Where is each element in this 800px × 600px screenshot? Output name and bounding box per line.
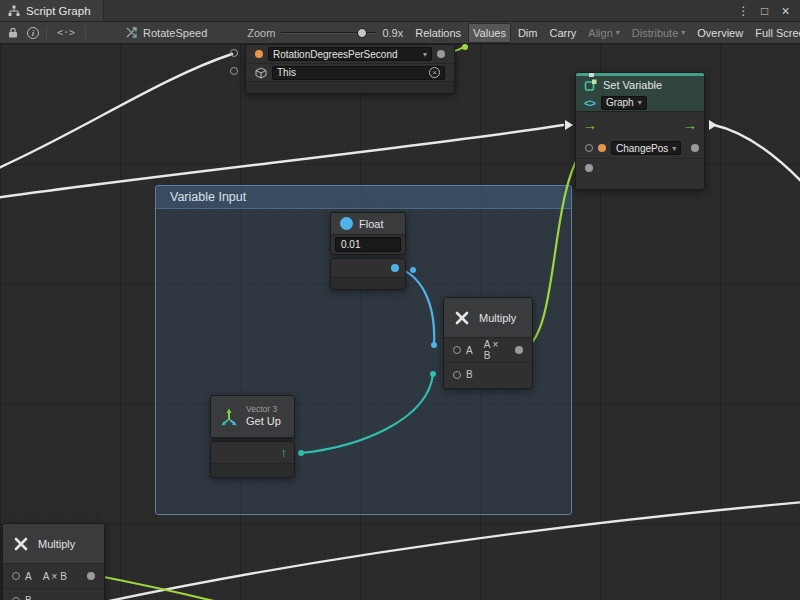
flow-row: → → [576, 112, 704, 138]
vector-output-icon[interactable]: ↑ [281, 445, 288, 460]
node-header: Vector 3 Get Up [211, 396, 294, 438]
toolbar-separator [46, 26, 47, 39]
zoom-slider-handle[interactable] [357, 28, 367, 38]
node-get-up[interactable]: Vector 3 Get Up [210, 395, 295, 439]
zoom-value: 0.9x [382, 27, 403, 39]
variable-name-row: RotationDegreesPerSecond ▾ [246, 45, 454, 63]
node-type-label: Vector 3 [246, 405, 281, 415]
target-field[interactable]: This × [272, 66, 445, 80]
button-distribute[interactable]: Distribute ▾ [627, 23, 690, 43]
variable-port-icon [255, 50, 263, 58]
lock-icon[interactable] [3, 22, 23, 44]
variable-dropdown[interactable]: ChangePos ▾ [611, 141, 681, 155]
node-title: Multiply [479, 312, 516, 324]
node-title: Get Up [246, 415, 281, 428]
wire-multiply2-output [94, 575, 250, 600]
port-row-b: B [3, 588, 104, 600]
input-a-port[interactable] [453, 346, 461, 354]
wire-cap [462, 44, 468, 50]
target-row: This × [246, 63, 454, 81]
zoom-slider[interactable] [281, 22, 376, 44]
group-title: Variable Input [170, 190, 246, 204]
node-footer [246, 81, 454, 93]
caret-down-icon: ▾ [638, 98, 642, 107]
button-dim[interactable]: Dim [513, 23, 543, 43]
node-header: Multiply [3, 524, 104, 564]
edit-graph-icon[interactable]: <·> [50, 22, 82, 44]
scope-row: <> Graph ▾ [576, 94, 704, 112]
multiply-icon [453, 309, 471, 327]
input-b-port[interactable] [453, 371, 461, 379]
titlebar: Script Graph ⋮ □ × [0, 0, 800, 22]
get-variable-target-port[interactable] [230, 67, 238, 75]
flow-out-arrow-icon: → [683, 118, 697, 132]
node-multiply[interactable]: Multiply A A × B B [443, 297, 533, 389]
button-overview[interactable]: Overview [692, 23, 748, 43]
graph-canvas[interactable]: Variable Input [0, 44, 800, 600]
circle-x-icon[interactable]: × [429, 67, 440, 78]
float-type-icon [340, 217, 353, 230]
node-header: Set Variable [576, 76, 704, 94]
value-input-port[interactable] [585, 164, 593, 172]
node-float[interactable]: Float 0.01 [330, 212, 406, 255]
maximize-icon[interactable]: □ [757, 1, 772, 21]
button-values[interactable]: Values [468, 23, 511, 43]
button-carry[interactable]: Carry [544, 23, 581, 43]
node-float-footer[interactable] [330, 258, 406, 290]
graph-variable-icon: <> [584, 97, 595, 109]
window-title: Script Graph [26, 5, 91, 17]
node-multiply-2[interactable]: Multiply A A × B B [2, 523, 105, 600]
vector3-icon [219, 407, 239, 427]
port-row-a: A A × B [3, 564, 104, 588]
tab-script-graph[interactable]: Script Graph [0, 0, 104, 21]
node-get-variable[interactable]: RotationDegreesPerSecond ▾ This × [245, 44, 455, 94]
input-a-port[interactable] [12, 572, 20, 580]
group-header[interactable]: Variable Input [156, 186, 571, 209]
button-fullscreen[interactable]: Full Screen [750, 23, 800, 43]
window-controls: ⋮ □ × [736, 1, 800, 21]
caret-down-icon: ▾ [672, 144, 676, 153]
flow-output-triangle[interactable] [709, 120, 717, 130]
node-header: Multiply [444, 298, 532, 338]
variable-port-icon [598, 144, 606, 152]
node-title: Set Variable [603, 79, 662, 91]
output-port[interactable] [87, 572, 95, 580]
zoom-label: Zoom [247, 27, 275, 39]
wire-flow-bottom [95, 502, 800, 600]
toolbar-separator [85, 26, 86, 39]
wire-flow-out-of-set-variable [714, 125, 800, 184]
caret-down-icon: ▾ [681, 23, 685, 43]
node-set-variable[interactable]: Set Variable <> Graph ▾ → → ChangePos ▾ [575, 72, 705, 190]
button-relations[interactable]: Relations [410, 23, 466, 43]
value-output-port[interactable] [437, 50, 445, 58]
scope-dropdown[interactable]: Graph ▾ [601, 96, 647, 110]
input-b-port[interactable] [12, 597, 20, 600]
node-accent [576, 73, 704, 76]
button-align[interactable]: Align ▾ [583, 23, 624, 43]
value-row: 0.01 [331, 235, 405, 254]
flow-in-arrow-icon: → [583, 118, 597, 132]
flow-input-triangle[interactable] [565, 120, 573, 130]
float-output-port[interactable] [391, 264, 399, 272]
node-get-up-footer[interactable]: ↑ [210, 441, 295, 478]
value-output-port[interactable] [691, 144, 699, 152]
wire-flow-left-top [0, 54, 232, 170]
script-graph-window: Script Graph ⋮ □ × i <·> RotateSpeed Zoo… [0, 0, 800, 600]
caret-down-icon: ▾ [423, 50, 427, 59]
get-variable-name-port[interactable] [230, 49, 238, 57]
gameobject-cube-icon [255, 67, 267, 79]
close-icon[interactable]: × [778, 1, 793, 21]
node-title: Float [359, 218, 383, 230]
node-header: Float [331, 213, 405, 235]
graph-toolbar: i <·> RotateSpeed Zoom 0.9x Relations Va… [0, 22, 800, 44]
menu-dots-icon[interactable]: ⋮ [736, 1, 751, 21]
output-port[interactable] [515, 346, 523, 354]
info-icon[interactable]: i [23, 22, 43, 44]
graph-name: RotateSpeed [143, 27, 207, 39]
node-title: Multiply [38, 538, 75, 550]
float-value-input[interactable]: 0.01 [335, 237, 401, 252]
name-port[interactable] [585, 144, 593, 152]
variable-name-dropdown[interactable]: RotationDegreesPerSecond ▾ [268, 47, 432, 61]
port-row-a: A A × B [444, 338, 532, 362]
port-row-b: B [444, 362, 532, 386]
